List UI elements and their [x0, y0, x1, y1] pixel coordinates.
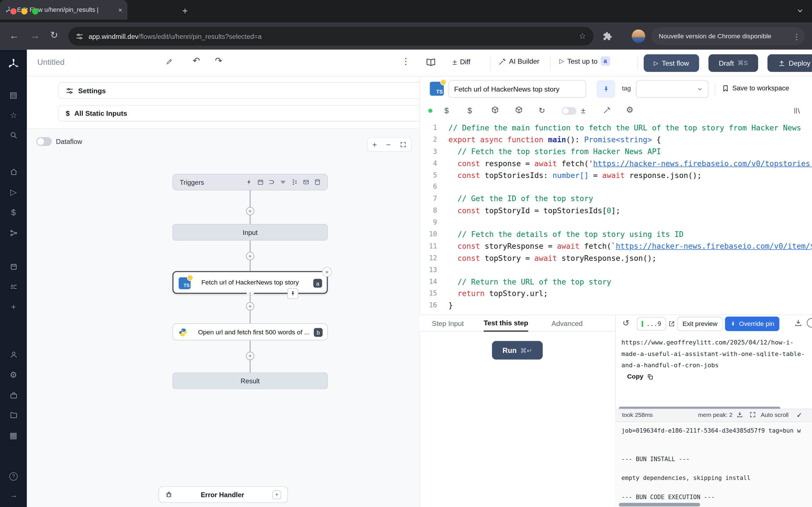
- sidebar-item-workers[interactable]: [0, 392, 27, 399]
- run-button[interactable]: Run ⌘↵: [492, 341, 543, 359]
- docs-button[interactable]: [426, 57, 436, 67]
- code-line[interactable]: // Fetch the details of the top story us…: [449, 229, 812, 240]
- code-line[interactable]: const storyResponse = await fetch(`https…: [449, 240, 812, 252]
- database-icon[interactable]: [314, 179, 320, 185]
- flow-canvas[interactable]: Dataflow + − + + + + Triggers Input: [27, 128, 419, 507]
- code-line[interactable]: [449, 264, 812, 276]
- log-horizontal-scrollbar[interactable]: [619, 503, 700, 506]
- sidebar-item-users[interactable]: [0, 351, 27, 358]
- sidebar-item-resources[interactable]: [0, 283, 27, 291]
- editor-toggle[interactable]: [562, 107, 576, 115]
- deploy-button[interactable]: Deploy: [767, 54, 812, 72]
- reload-script-button[interactable]: ↻: [539, 107, 545, 114]
- sidebar-item-flows[interactable]: [0, 229, 27, 237]
- sidebar-item-home[interactable]: [0, 168, 27, 176]
- route-icon[interactable]: [269, 179, 275, 185]
- add-step-button[interactable]: +: [246, 302, 254, 311]
- test-flow-button[interactable]: ▷ Test flow: [644, 54, 699, 72]
- result-output[interactable]: https://www.geoffreylitt.com/2025/04/12/…: [621, 337, 805, 371]
- chrome-update-button[interactable]: Nouvelle version de Chrome disponible ⋮: [652, 27, 805, 45]
- sidebar-item-search[interactable]: [0, 131, 27, 139]
- code-line[interactable]: const topStoryId = topStoriesIds[0];: [449, 205, 812, 217]
- maximize-window-button[interactable]: [32, 8, 38, 14]
- autoscroll-checkbox[interactable]: ✓: [797, 411, 802, 419]
- diff-button[interactable]: ± Diff: [453, 57, 470, 66]
- windmill-logo[interactable]: [7, 58, 20, 70]
- test-up-to-step-badge[interactable]: a: [601, 56, 610, 66]
- forward-button[interactable]: →: [30, 31, 40, 40]
- code-line[interactable]: // Fetch the top stories from Hacker New…: [449, 146, 812, 158]
- code-line[interactable]: }: [449, 300, 812, 312]
- tag-select[interactable]: [636, 80, 709, 98]
- pinned-result-badge[interactable]: [287, 288, 298, 299]
- code-line[interactable]: export async function main(): Promise<st…: [449, 134, 812, 146]
- webhook-icon[interactable]: [246, 179, 252, 185]
- remove-step-button[interactable]: ×: [322, 267, 332, 277]
- override-pin-button[interactable]: Override pin: [725, 317, 779, 331]
- dataflow-toggle[interactable]: [36, 137, 52, 146]
- job-id-badge[interactable]: ...9: [637, 317, 666, 331]
- code-line[interactable]: // Get the ID of the top story: [449, 193, 812, 205]
- exit-preview-button[interactable]: Exit preview: [677, 317, 723, 331]
- tab-close-icon[interactable]: ×: [118, 6, 122, 13]
- new-tab-button[interactable]: +: [183, 6, 188, 15]
- pin-button[interactable]: [597, 80, 615, 98]
- reload-button[interactable]: ↻: [50, 31, 58, 40]
- sidebar-collapse-button[interactable]: →: [0, 491, 27, 499]
- address-bar[interactable]: app.windmill.dev/flows/edit/u/henri/pin_…: [68, 27, 593, 46]
- edit-title-button[interactable]: [166, 58, 173, 65]
- add-step-button[interactable]: +: [246, 352, 254, 360]
- email-icon[interactable]: [303, 179, 309, 185]
- extensions-icon[interactable]: [603, 32, 612, 41]
- schedule-icon[interactable]: [257, 179, 264, 185]
- redo-button[interactable]: ↷: [215, 56, 222, 65]
- result-node[interactable]: Result: [172, 372, 328, 389]
- log-output[interactable]: job=019634fd-e186-211f-5364-d3e4385d57f9…: [621, 426, 808, 502]
- diff-mode-button[interactable]: ±: [581, 107, 585, 114]
- sidebar-item-apps[interactable]: ▦: [0, 432, 27, 440]
- history-button[interactable]: ↺: [622, 319, 629, 327]
- input-node[interactable]: Input: [172, 224, 328, 240]
- draft-button[interactable]: Draft ⌘S: [709, 54, 758, 72]
- site-settings-icon[interactable]: [75, 33, 84, 40]
- bookmark-star-icon[interactable]: ☆: [579, 32, 586, 40]
- sidebar-item-help[interactable]: ?: [0, 472, 27, 481]
- open-job-button[interactable]: [668, 320, 675, 328]
- download-result-button[interactable]: [795, 319, 802, 327]
- browser-menu-icon[interactable]: ⋮: [793, 33, 801, 40]
- sidebar-item-schedules[interactable]: [0, 263, 27, 271]
- undo-button[interactable]: ↶: [193, 56, 200, 65]
- download-logs-button[interactable]: [737, 411, 743, 418]
- ai-builder-button[interactable]: AI Builder: [499, 57, 539, 65]
- flow-node-step-a[interactable]: TS Fetch url of HackerNews top story a ×…: [172, 271, 328, 294]
- tab-advanced[interactable]: Advanced: [552, 315, 582, 332]
- add-step-button[interactable]: +: [246, 252, 254, 260]
- profile-avatar[interactable]: [632, 30, 645, 43]
- step-name-input[interactable]: [449, 80, 587, 98]
- kafka-icon[interactable]: [292, 179, 298, 185]
- editor-settings-button[interactable]: ⚙: [626, 106, 633, 114]
- add-error-handler-button[interactable]: +: [272, 490, 281, 499]
- code-line[interactable]: [449, 217, 812, 229]
- tab-test-this-step[interactable]: Test this step: [484, 315, 528, 332]
- ai-assist-button[interactable]: [603, 107, 611, 114]
- tab-step-input[interactable]: Step Input: [432, 315, 464, 332]
- add-step-button[interactable]: +: [246, 207, 254, 215]
- browser-tab[interactable]: Edit Flow u/henri/pin_results | ×: [0, 0, 128, 20]
- code-line[interactable]: const topStory = await storyResponse.jso…: [449, 252, 812, 264]
- save-to-workspace-button[interactable]: Save to workspace: [722, 84, 789, 92]
- websocket-icon[interactable]: [280, 179, 287, 185]
- back-button[interactable]: ←: [9, 31, 19, 40]
- sidebar-item-variables[interactable]: $: [0, 209, 27, 217]
- expand-chevron[interactable]: ⌄: [247, 290, 254, 294]
- sidebar-item-add[interactable]: +: [0, 303, 27, 311]
- minimize-window-button[interactable]: [21, 8, 28, 14]
- close-window-button[interactable]: [10, 8, 17, 14]
- zoom-out-button[interactable]: −: [386, 140, 391, 149]
- sidebar-item-favorites[interactable]: ☆: [0, 111, 27, 119]
- dependencies-button[interactable]: [515, 106, 523, 114]
- error-handler-node[interactable]: Error Handler +: [158, 487, 288, 503]
- code-line[interactable]: [449, 181, 812, 193]
- expand-logs-button[interactable]: [749, 411, 756, 418]
- code-line[interactable]: const response = await fetch('https://ha…: [449, 158, 812, 170]
